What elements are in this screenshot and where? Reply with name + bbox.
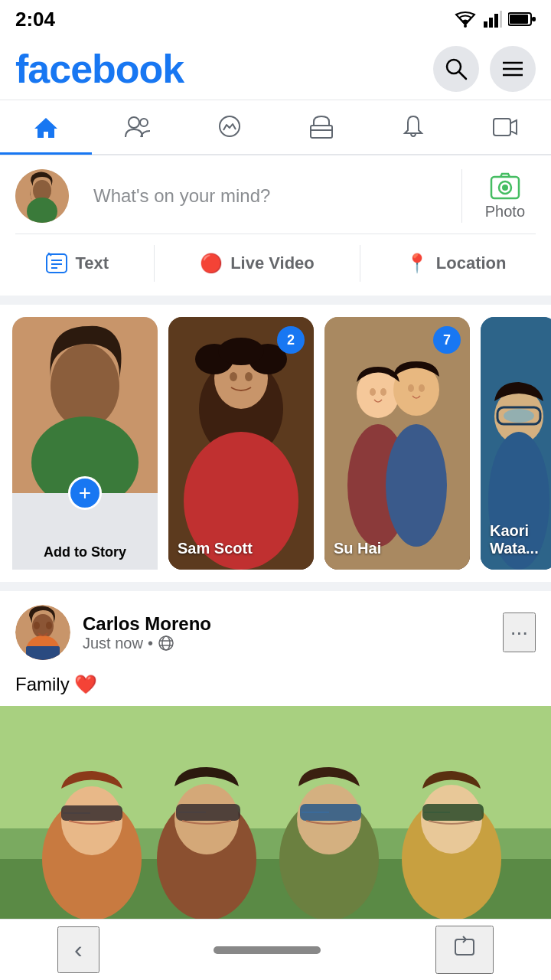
stories-section: + Add to Story 2 Sam Scott <box>0 305 551 582</box>
svg-point-38 <box>218 338 264 365</box>
svg-rect-2 <box>489 18 493 28</box>
composer-photo-button[interactable]: Photo <box>474 172 536 220</box>
nav-home[interactable] <box>0 100 92 155</box>
text-post-button[interactable]: Text <box>31 245 123 282</box>
post-timestamp: Just now <box>83 635 143 652</box>
add-story-card[interactable]: + Add to Story <box>12 317 158 570</box>
facebook-logo: facebook <box>15 46 184 92</box>
post-author-avatar[interactable] <box>15 605 70 660</box>
add-story-icon[interactable]: + <box>68 476 102 510</box>
svg-point-48 <box>380 388 386 396</box>
add-story-label: Add to Story <box>44 523 126 560</box>
search-button[interactable] <box>433 46 479 92</box>
svg-rect-6 <box>510 15 528 24</box>
svg-point-40 <box>245 372 253 381</box>
nav-messenger[interactable] <box>184 100 276 155</box>
photo-icon <box>490 172 520 200</box>
svg-point-47 <box>370 388 376 396</box>
post-header: Carlos Moreno Just now • ··· <box>0 591 551 668</box>
svg-point-56 <box>504 409 534 423</box>
status-bar: 2:04 <box>0 0 551 38</box>
story-name-kaori: Kaori Wata... <box>490 522 548 557</box>
composer-top: What's on your mind? Photo <box>15 169 536 223</box>
post-time: Just now • <box>83 635 491 652</box>
svg-point-30 <box>51 344 119 428</box>
location-button[interactable]: 📍 Location <box>392 245 520 282</box>
action-divider-1 <box>154 245 155 282</box>
post-text: Family ❤️ <box>0 668 551 706</box>
nav-marketplace[interactable] <box>276 100 367 155</box>
friends-icon <box>124 116 152 139</box>
wifi-icon <box>453 11 478 28</box>
svg-rect-3 <box>494 14 498 28</box>
status-icons <box>453 11 536 28</box>
post-author-name: Carlos Moreno <box>83 613 491 635</box>
post-composer: What's on your mind? Photo Text <box>0 155 551 296</box>
post-image <box>0 706 551 951</box>
location-icon: 📍 <box>406 253 429 274</box>
live-video-button[interactable]: 🔴 Live Video <box>186 245 328 282</box>
battery-icon <box>508 11 536 27</box>
post-more-button[interactable]: ··· <box>503 612 536 652</box>
rotate-icon <box>452 935 477 959</box>
stories-container: + Add to Story 2 Sam Scott <box>0 317 551 570</box>
header-actions <box>433 46 536 92</box>
svg-point-63 <box>159 636 173 650</box>
story-kaori[interactable]: Kaori Wata... <box>481 317 551 570</box>
live-video-icon: 🔴 <box>200 253 223 274</box>
composer-divider <box>461 169 462 223</box>
location-label: Location <box>436 253 507 273</box>
text-label: Text <box>76 253 109 273</box>
bell-icon <box>402 115 425 139</box>
svg-rect-18 <box>494 119 510 136</box>
back-button[interactable]: ‹ <box>57 926 99 973</box>
svg-point-14 <box>140 119 148 126</box>
post-dot: • <box>148 635 153 652</box>
svg-point-39 <box>230 372 237 381</box>
action-divider-2 <box>360 245 360 282</box>
svg-point-46 <box>386 424 447 547</box>
story-name-su: Su Hai <box>334 540 461 557</box>
svg-point-64 <box>162 636 170 650</box>
marketplace-icon <box>309 115 334 139</box>
nav-notifications[interactable] <box>367 100 459 155</box>
composer-actions: Text 🔴 Live Video 📍 Location <box>15 245 536 282</box>
svg-point-0 <box>464 24 467 28</box>
post-meta: Carlos Moreno Just now • <box>83 613 491 652</box>
text-icon <box>45 253 68 274</box>
svg-point-49 <box>408 384 414 392</box>
story-badge-sam: 2 <box>277 326 305 354</box>
svg-line-9 <box>459 72 466 79</box>
svg-point-24 <box>502 185 508 191</box>
story-name-sam: Sam Scott <box>178 540 305 557</box>
nav-friends[interactable] <box>92 100 184 155</box>
privacy-globe-icon <box>158 635 174 652</box>
feed-post: Carlos Moreno Just now • ··· Family ❤️ <box>0 591 551 951</box>
svg-rect-1 <box>484 21 487 28</box>
signal-icon <box>484 11 502 28</box>
story-su-hai[interactable]: 7 Su Hai <box>324 317 470 570</box>
bottom-nav: ‹ <box>0 919 551 980</box>
svg-point-60 <box>34 622 40 629</box>
svg-rect-62 <box>26 646 60 660</box>
nav-video[interactable] <box>459 100 551 155</box>
user-avatar <box>15 169 69 223</box>
svg-point-61 <box>46 622 52 629</box>
svg-point-13 <box>129 117 139 128</box>
live-video-label: Live Video <box>230 253 315 273</box>
messenger-icon <box>217 115 242 139</box>
menu-button[interactable] <box>490 46 536 92</box>
svg-rect-7 <box>532 17 536 21</box>
nav-bar <box>0 100 551 155</box>
status-time: 2:04 <box>15 8 55 31</box>
home-icon <box>33 115 59 139</box>
video-icon <box>492 117 518 137</box>
svg-point-15 <box>220 116 240 136</box>
composer-input[interactable]: What's on your mind? <box>81 175 449 217</box>
photo-label: Photo <box>485 203 525 220</box>
svg-rect-4 <box>500 11 502 28</box>
menu-icon <box>503 61 523 77</box>
rotate-button[interactable] <box>435 926 494 974</box>
story-sam-scott[interactable]: 2 Sam Scott <box>168 317 314 570</box>
home-pill[interactable] <box>214 946 321 954</box>
